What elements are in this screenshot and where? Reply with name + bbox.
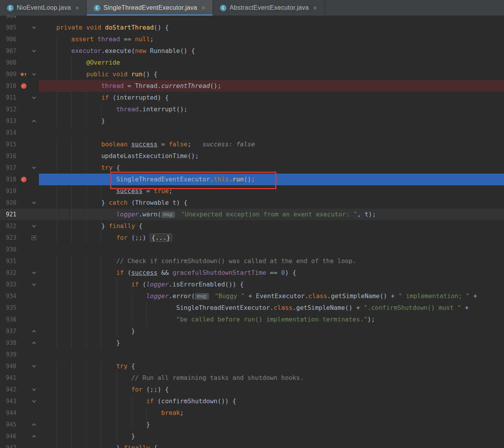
line-number[interactable]: 922 — [0, 220, 19, 232]
line-number[interactable]: 916 — [0, 150, 19, 162]
line-number[interactable]: 931 — [0, 255, 19, 267]
line-number[interactable]: 909 — [0, 69, 19, 80]
fold-toggle-icon[interactable] — [29, 45, 39, 57]
code-text[interactable]: for (;;) {...} — [39, 232, 504, 244]
fold-toggle-icon[interactable] — [29, 430, 39, 442]
code-text[interactable]: } catch (Throwable t) { — [39, 197, 504, 209]
code-text[interactable]: SingleThreadEventExecutor.this.run(); — [39, 174, 504, 185]
line-number[interactable]: 910 — [0, 80, 19, 92]
line-number[interactable]: 947 — [0, 442, 19, 448]
breakpoint-icon[interactable]: ✓ — [19, 174, 29, 185]
line-number[interactable]: 940 — [0, 360, 19, 372]
code-text[interactable] — [39, 349, 504, 360]
fold-toggle-icon[interactable] — [29, 22, 39, 33]
code-text[interactable]: break; — [39, 407, 504, 419]
code-text[interactable]: // Check if confirmShutdown() was called… — [39, 255, 504, 267]
line-number[interactable]: 923 — [0, 232, 19, 244]
code-text[interactable] — [39, 16, 504, 22]
code-editor[interactable]: 904905 private void doStartThread() {906… — [0, 16, 504, 448]
fold-toggle-icon[interactable] — [29, 360, 39, 372]
overrides-method-icon[interactable]: ↑ — [19, 69, 29, 80]
line-number[interactable]: 934 — [0, 290, 19, 302]
code-text[interactable]: } finally { — [39, 220, 504, 232]
line-number[interactable]: 913 — [0, 115, 19, 127]
code-text[interactable]: } finally { — [39, 442, 504, 448]
fold-collapsed-icon[interactable]: + — [29, 232, 39, 244]
code-text[interactable]: for (;;) { — [39, 384, 504, 395]
line-number[interactable]: 942 — [0, 384, 19, 395]
fold-toggle-icon[interactable] — [29, 384, 39, 395]
breakpoint-icon[interactable]: ✓ — [19, 80, 29, 92]
line-number[interactable]: 943 — [0, 395, 19, 407]
fold-toggle-icon[interactable] — [29, 267, 39, 279]
fold-toggle-icon[interactable] — [29, 325, 39, 337]
line-number[interactable]: 939 — [0, 349, 19, 360]
line-number[interactable]: 918 — [0, 174, 19, 185]
line-number[interactable]: 937 — [0, 325, 19, 337]
fold-toggle-icon[interactable] — [29, 197, 39, 209]
code-text[interactable]: } — [39, 430, 504, 442]
code-text[interactable]: "be called before run() implementation t… — [39, 314, 504, 325]
line-number[interactable]: 905 — [0, 22, 19, 33]
code-text[interactable]: @Override — [39, 57, 504, 69]
code-text[interactable]: } — [39, 337, 504, 349]
line-number[interactable]: 921 — [0, 209, 19, 220]
fold-toggle-icon[interactable] — [29, 115, 39, 127]
fold-toggle-icon[interactable] — [29, 279, 39, 290]
code-text[interactable]: if (success && gracefulShutdownStartTime… — [39, 267, 504, 279]
line-number[interactable]: 904 — [0, 16, 19, 22]
code-text[interactable] — [39, 244, 504, 255]
code-text[interactable]: public void run() { — [39, 69, 504, 80]
code-text[interactable]: } — [39, 325, 504, 337]
code-text[interactable]: try { — [39, 360, 504, 372]
editor-tab[interactable]: CAbstractEventExecutor.java× — [213, 0, 325, 16]
fold-toggle-icon[interactable] — [29, 69, 39, 80]
code-text[interactable]: } — [39, 115, 504, 127]
fold-toggle-icon[interactable] — [29, 419, 39, 430]
fold-toggle-icon[interactable] — [29, 220, 39, 232]
line-number[interactable]: 944 — [0, 407, 19, 419]
code-text[interactable]: thread.interrupt(); — [39, 104, 504, 115]
line-number[interactable]: 936 — [0, 314, 19, 325]
editor-tab-active[interactable]: CSingleThreadEventExecutor.java× — [87, 0, 213, 16]
line-number[interactable]: 906 — [0, 33, 19, 45]
close-icon[interactable]: × — [202, 5, 205, 11]
code-text[interactable]: // Run all remaining tasks and shutdown … — [39, 372, 504, 384]
line-number[interactable]: 912 — [0, 104, 19, 115]
line-number[interactable]: 935 — [0, 302, 19, 314]
code-text[interactable]: private void doStartThread() { — [39, 22, 504, 33]
code-text[interactable]: executor.execute(new Runnable() { — [39, 45, 504, 57]
code-text[interactable]: boolean success = false; success: false — [39, 139, 504, 150]
line-number[interactable]: 938 — [0, 337, 19, 349]
line-number[interactable]: 919 — [0, 185, 19, 197]
fold-toggle-icon[interactable] — [29, 337, 39, 349]
line-number[interactable]: 930 — [0, 244, 19, 255]
code-text[interactable] — [39, 127, 504, 139]
code-text[interactable]: logger.error(msg: "Buggy " + EventExecut… — [39, 290, 504, 302]
line-number[interactable]: 945 — [0, 419, 19, 430]
line-number[interactable]: 941 — [0, 372, 19, 384]
code-text[interactable]: updateLastExecutionTime(); — [39, 150, 504, 162]
line-number[interactable]: 908 — [0, 57, 19, 69]
code-text[interactable]: if (interrupted) { — [39, 92, 504, 104]
line-number[interactable]: 915 — [0, 139, 19, 150]
fold-toggle-icon[interactable] — [29, 162, 39, 174]
code-text[interactable]: success = true; — [39, 185, 504, 197]
editor-tab[interactable]: CNioEventLoop.java× — [0, 0, 87, 16]
line-number[interactable]: 914 — [0, 127, 19, 139]
line-number[interactable]: 907 — [0, 45, 19, 57]
code-text[interactable]: logger.warn(msg: "Unexpected exception f… — [39, 209, 504, 220]
code-text[interactable]: thread = Thread.currentThread(); — [39, 80, 504, 92]
code-text[interactable]: assert thread == null; — [39, 33, 504, 45]
line-number[interactable]: 946 — [0, 430, 19, 442]
line-number[interactable]: 920 — [0, 197, 19, 209]
fold-toggle-icon[interactable] — [29, 395, 39, 407]
line-number[interactable]: 911 — [0, 92, 19, 104]
close-icon[interactable]: × — [313, 5, 317, 11]
code-text[interactable]: try { — [39, 162, 504, 174]
code-text[interactable]: if (logger.isErrorEnabled()) { — [39, 279, 504, 290]
code-text[interactable]: } — [39, 419, 504, 430]
code-text[interactable]: if (confirmShutdown()) { — [39, 395, 504, 407]
close-icon[interactable]: × — [75, 5, 79, 11]
line-number[interactable]: 933 — [0, 279, 19, 290]
